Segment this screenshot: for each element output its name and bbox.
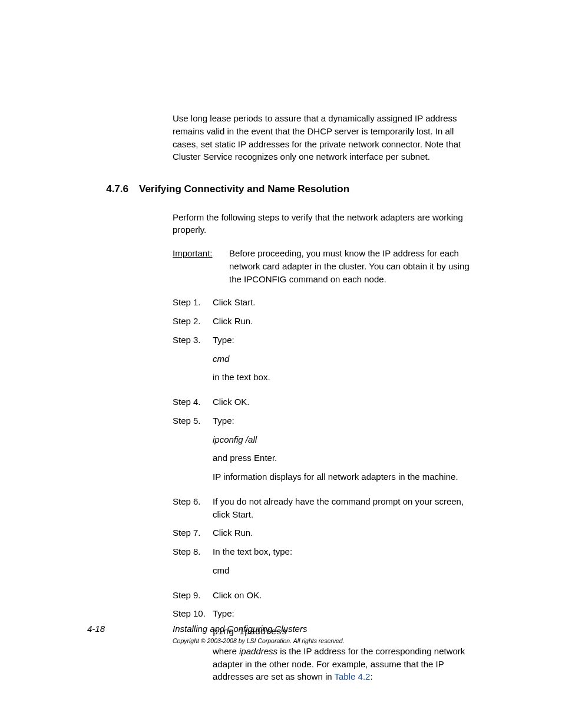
step-label: Step 2. <box>173 315 213 328</box>
step-text: Click Start. <box>213 296 475 309</box>
step-text: Click on OK. <box>213 589 475 602</box>
step-content: Type: cmd in the text box. <box>213 334 475 390</box>
footer-text: Installing and Configuring Clusters Copy… <box>173 622 475 645</box>
important-note: Important: Before proceeding, you must k… <box>173 247 475 285</box>
step-text: IP information displays for all network … <box>213 470 475 483</box>
step-label: Step 9. <box>173 589 213 602</box>
step-text: Type: <box>213 334 475 347</box>
perform-paragraph: Perform the following steps to verify th… <box>173 211 475 237</box>
important-text: Before proceeding, you must know the IP … <box>229 247 475 285</box>
step-5: Step 5. Type: ipconfig /all and press En… <box>173 414 475 489</box>
step-text: and press Enter. <box>213 452 475 465</box>
step-command: ipconfig /all <box>213 433 475 446</box>
step-1: Step 1. Click Start. <box>173 296 475 309</box>
step-8: Step 8. In the text box, type: cmd <box>173 545 475 583</box>
step-text: Click OK. <box>213 396 475 409</box>
step-text: Type: <box>213 414 475 427</box>
step-label: Step 3. <box>173 334 213 390</box>
where-post: : <box>370 671 372 681</box>
step-text: In the text box, type: <box>213 545 475 558</box>
intro-paragraph: Use long lease periods to assure that a … <box>173 112 475 163</box>
step-3: Step 3. Type: cmd in the text box. <box>173 334 475 390</box>
section-heading: 4.7.6 Verifying Connectivity and Name Re… <box>87 182 475 197</box>
step-9: Step 9. Click on OK. <box>173 589 475 602</box>
step-10: Step 10. Type: ping ipaddress where ipad… <box>173 607 475 689</box>
step-content: Type: ipconfig /all and press Enter. IP … <box>213 414 475 489</box>
page-content: Use long lease periods to assure that a … <box>0 0 562 689</box>
where-arg: ipaddress <box>239 646 277 656</box>
page-number: 4-18 <box>87 622 173 645</box>
step-text: If you do not already have the command p… <box>213 495 475 521</box>
step-content: In the text box, type: cmd <box>213 545 475 583</box>
section-number: 4.7.6 <box>87 182 139 197</box>
body-block: Perform the following steps to verify th… <box>173 211 475 690</box>
where-pre: where <box>213 646 239 656</box>
footer-title: Installing and Configuring Clusters <box>173 622 475 635</box>
step-text: Click Run. <box>213 526 475 539</box>
step-label: Step 10. <box>173 607 213 689</box>
important-label: Important: <box>173 247 229 285</box>
step-label: Step 7. <box>173 526 213 539</box>
copyright: Copyright © 2003-2008 by LSI Corporation… <box>173 637 475 645</box>
step-label: Step 4. <box>173 396 213 409</box>
step-label: Step 5. <box>173 414 213 489</box>
table-link[interactable]: Table 4.2 <box>335 671 371 681</box>
step-label: Step 1. <box>173 296 213 309</box>
step-4: Step 4. Click OK. <box>173 396 475 409</box>
step-6: Step 6. If you do not already have the c… <box>173 495 475 521</box>
step-command: cmd <box>213 564 475 577</box>
step-command: cmd <box>213 353 475 365</box>
step-text: Type: <box>213 607 475 620</box>
step-7: Step 7. Click Run. <box>173 526 475 539</box>
step-2: Step 2. Click Run. <box>173 315 475 328</box>
step-text: Click Run. <box>213 315 475 328</box>
step-content: Type: ping ipaddress where ipaddress is … <box>213 607 475 689</box>
section-title: Verifying Connectivity and Name Resoluti… <box>139 182 475 197</box>
step-where: where ipaddress is the IP address for th… <box>213 645 475 683</box>
step-text: in the text box. <box>213 371 475 384</box>
page-footer: 4-18 Installing and Configuring Clusters… <box>87 622 475 645</box>
step-label: Step 6. <box>173 495 213 521</box>
step-label: Step 8. <box>173 545 213 583</box>
